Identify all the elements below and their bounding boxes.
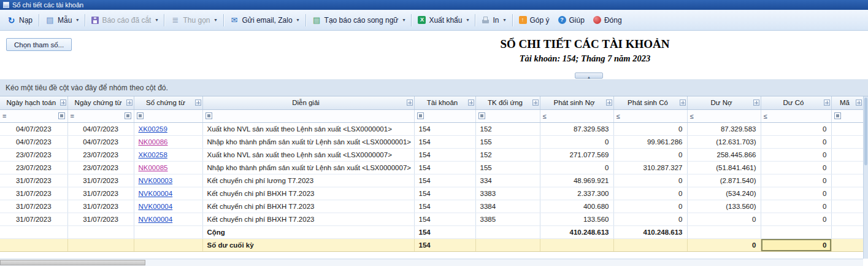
document-link[interactable]: NVK00003 xyxy=(139,177,173,184)
cell-ngay-hach-toan: 04/07/2023 xyxy=(0,135,67,148)
filter-edit-icon[interactable] xyxy=(137,112,144,119)
toolbar-button-dong[interactable]: Đóng xyxy=(589,12,626,28)
column-header-so-chung-tu[interactable]: Số chứng từ xyxy=(134,96,202,109)
send-email-icon xyxy=(230,15,239,25)
filter-cell-dien-giai[interactable] xyxy=(202,109,414,122)
toolbar-button-gui-email-zalo[interactable]: Gửi email, Zalo xyxy=(226,12,304,28)
filter-cell-tai-khoan[interactable] xyxy=(414,109,475,122)
cell-du-co: 0 xyxy=(761,187,831,200)
column-header-ma[interactable]: Mã xyxy=(831,96,863,109)
filter-cell-ma[interactable] xyxy=(831,109,863,122)
column-pin-icon[interactable] xyxy=(606,100,612,106)
filter-operator[interactable]: ≤ xyxy=(543,112,547,120)
column-pin-icon[interactable] xyxy=(468,100,474,106)
toolbar-button-thu-gon[interactable]: Thu gọn xyxy=(166,12,221,28)
cell-ma xyxy=(831,225,863,238)
filter-cell-du-no[interactable]: ≤ xyxy=(687,109,761,122)
table-row[interactable]: 23/07/202323/07/2023XK00258Xuất kho NVL … xyxy=(0,148,863,161)
filter-operator[interactable]: ≤ xyxy=(764,112,767,120)
group-by-panel[interactable]: Kéo một tiêu đề cột vào đây để nhóm theo… xyxy=(0,79,868,96)
filter-edit-icon[interactable] xyxy=(58,112,65,119)
choose-params-button[interactable]: Chọn tham số... xyxy=(6,38,72,51)
table-row[interactable]: 04/07/202304/07/2023XK00259Xuất kho NVL … xyxy=(0,122,863,135)
column-header-tk-doi-ung[interactable]: TK đối ứng xyxy=(475,96,540,109)
filter-cell-du-co[interactable]: ≤ xyxy=(761,109,831,122)
horizontal-scrollbar[interactable] xyxy=(0,259,863,266)
collapse-header-button[interactable] xyxy=(575,72,603,79)
filter-operator[interactable]: = xyxy=(2,112,6,120)
filter-cell-phat-sinh-co[interactable]: ≤ xyxy=(613,109,687,122)
toolbar-button-mau[interactable]: Mẫu xyxy=(41,12,83,28)
cell-ngay-hach-toan: 31/07/2023 xyxy=(0,187,67,200)
table-row[interactable]: 31/07/202331/07/2023NVK00003Kết chuyển c… xyxy=(0,174,863,187)
table-row[interactable]: 31/07/202331/07/2023NVK00004Kết chuyển c… xyxy=(0,200,863,213)
closing-balance-row[interactable]: Số dư cuối kỳ15400 xyxy=(0,238,863,251)
cell-phat-sinh-no: 400.680 xyxy=(540,200,613,213)
filter-cell-ngay-chung-tu[interactable]: = xyxy=(67,109,134,122)
selected-cell[interactable]: 0 xyxy=(761,238,831,251)
table-row[interactable]: 23/07/202323/07/2023NK00085Nhập kho thàn… xyxy=(0,161,863,174)
document-link[interactable]: NK00086 xyxy=(139,138,168,146)
column-pin-icon[interactable] xyxy=(856,100,862,106)
table-row[interactable]: 31/07/202331/07/2023NVK00004Kết chuyển c… xyxy=(0,187,863,200)
column-pin-icon[interactable] xyxy=(126,100,133,106)
column-pin-icon[interactable] xyxy=(824,100,830,106)
column-pin-icon[interactable] xyxy=(532,100,539,106)
filter-operator[interactable]: ≤ xyxy=(690,112,694,120)
document-link[interactable]: XK00259 xyxy=(139,125,167,133)
filter-cell-tk-doi-ung[interactable] xyxy=(475,109,540,122)
toolbar-button-giup[interactable]: Giúp xyxy=(554,12,589,28)
total-row[interactable]: Cộng154410.248.613410.248.613 xyxy=(0,225,863,238)
toolbar-button-in[interactable]: In xyxy=(477,12,510,28)
help-icon xyxy=(558,16,566,24)
column-header-du-co[interactable]: Dư Có xyxy=(761,96,831,109)
filter-edit-icon[interactable] xyxy=(125,112,131,119)
table-row[interactable]: 31/07/202331/07/2023NVK00004Kết chuyển c… xyxy=(0,213,863,225)
column-pin-icon[interactable] xyxy=(753,100,759,106)
filter-cell-ngay-hach-toan[interactable]: = xyxy=(0,109,67,122)
filter-operator[interactable]: = xyxy=(71,112,74,120)
column-header-dien-giai[interactable]: Diễn giải xyxy=(202,96,414,109)
column-header-phat-sinh-co[interactable]: Phát sinh Có xyxy=(613,96,687,109)
vertical-scrollbar-thumb[interactable] xyxy=(864,98,867,165)
column-header-du-no[interactable]: Dư Nợ xyxy=(687,96,761,109)
cell-du-no xyxy=(687,225,761,238)
column-pin-icon[interactable] xyxy=(195,100,201,106)
filter-edit-icon[interactable] xyxy=(834,112,841,119)
document-link[interactable]: NK00085 xyxy=(139,164,168,171)
document-link[interactable]: NVK00004 xyxy=(139,216,173,223)
column-header-phat-sinh-no[interactable]: Phát sinh Nợ xyxy=(540,96,613,109)
column-header-ngay-chung-tu[interactable]: Ngày chứng từ xyxy=(67,96,134,109)
toolbar-button-gop-y[interactable]: Góp ý xyxy=(515,12,554,28)
cell-du-co: 0 xyxy=(761,135,831,148)
filter-cell-phat-sinh-no[interactable]: ≤ xyxy=(540,109,613,122)
document-link[interactable]: NVK00004 xyxy=(139,190,173,197)
filter-edit-icon[interactable] xyxy=(417,112,424,119)
cell-so-chung-tu: NVK00004 xyxy=(134,200,202,213)
toolbar-button-bao-cao-da-cat[interactable]: Báo cáo đã cắt xyxy=(87,12,162,28)
filter-edit-icon[interactable] xyxy=(205,112,212,119)
horizontal-scrollbar-thumb[interactable] xyxy=(0,260,145,265)
column-pin-icon[interactable] xyxy=(60,100,66,106)
bilingual-report-icon xyxy=(312,15,321,25)
column-pin-icon[interactable] xyxy=(407,100,413,106)
table-row[interactable]: 04/07/202304/07/2023NK00086Nhập kho thàn… xyxy=(0,135,863,148)
cell-du-co: 0 xyxy=(761,148,831,161)
toolbar-button-label: Xuất khẩu xyxy=(429,16,462,25)
document-link[interactable]: NVK00004 xyxy=(139,203,173,210)
column-header-tai-khoan[interactable]: Tài khoản xyxy=(414,96,475,109)
filter-cell-so-chung-tu[interactable] xyxy=(134,109,202,122)
column-pin-icon[interactable] xyxy=(680,100,686,106)
filter-operator[interactable]: ≤ xyxy=(616,112,620,120)
cell-du-co: 0 xyxy=(761,161,831,174)
document-link[interactable]: XK00258 xyxy=(139,151,167,158)
toolbar-button-xuat-khau[interactable]: Xuất khẩu xyxy=(413,12,473,28)
toolbar-button-nap[interactable]: Nạp xyxy=(2,12,37,28)
vertical-scrollbar[interactable] xyxy=(863,96,868,259)
filter-edit-icon[interactable] xyxy=(478,112,485,119)
report-header: Chọn tham số... SỔ CHI TIẾT CÁC TÀI KHOẢ… xyxy=(0,31,868,79)
column-header-ngay-hach-toan[interactable]: Ngày hạch toán xyxy=(0,96,67,109)
toolbar-button-label: Tạo báo cáo song ngữ xyxy=(325,16,399,25)
cell-phat-sinh-no: 271.077.569 xyxy=(540,148,613,161)
toolbar-button-tao-bao-cao-song-ngu[interactable]: Tạo báo cáo song ngữ xyxy=(308,12,410,28)
